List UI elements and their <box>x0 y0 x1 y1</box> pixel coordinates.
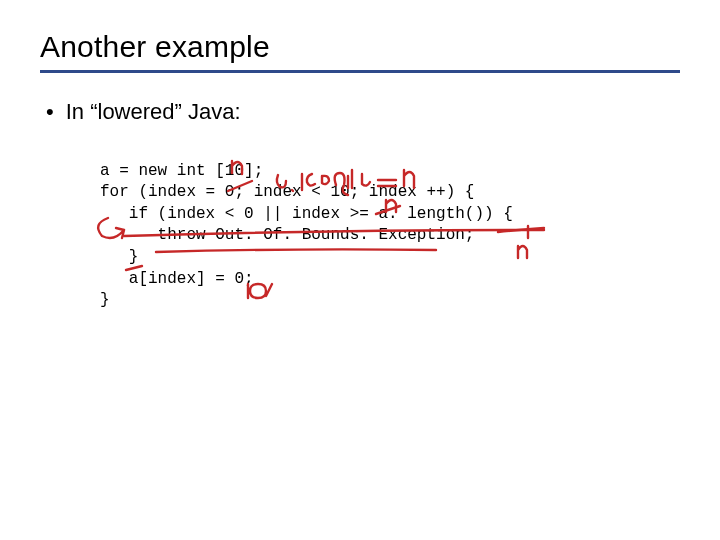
code-line: a = new int [10]; <box>100 162 263 180</box>
title-underline <box>40 70 680 73</box>
code-line: a[index] = 0; <box>100 270 254 288</box>
code-line: if (index < 0 || index >= a. length()) { <box>100 205 513 223</box>
code-line: } <box>100 291 110 309</box>
slide-title: Another example <box>40 30 680 64</box>
code-line: } <box>100 248 138 266</box>
bullet-dot: • <box>46 101 54 123</box>
code-line: throw Out. Of. Bounds. Exception; <box>100 226 474 244</box>
code-line: for (index = 0; index < 10; index ++) { <box>100 183 474 201</box>
bullet-line: • In “lowered” Java: <box>46 99 680 125</box>
code-block: a = new int [10]; for (index = 0; index … <box>100 139 680 333</box>
bullet-text: In “lowered” Java: <box>66 99 241 125</box>
